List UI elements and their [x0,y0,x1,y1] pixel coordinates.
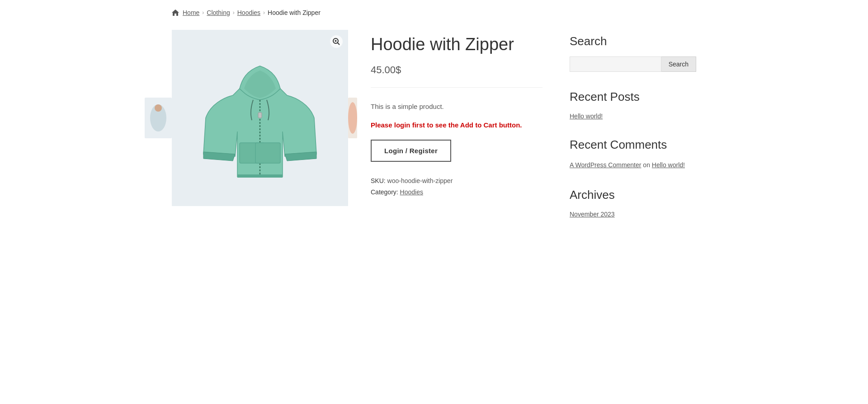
breadcrumb-sep-3: › [263,9,265,16]
product-sku: SKU: woo-hoodie-with-zipper [371,175,542,187]
comment-on-label: on [643,161,651,169]
search-widget: Search [570,56,696,72]
sidebar-archives-section: Archives November 2023 [570,188,696,218]
svg-point-1 [155,104,162,112]
search-button[interactable]: Search [661,56,696,72]
sidebar-archives-title: Archives [570,188,696,202]
home-icon [172,9,179,16]
category-value[interactable]: Hoodies [400,188,423,196]
zoom-icon[interactable] [330,35,343,48]
search-input[interactable] [570,56,661,72]
sku-label: SKU: [371,177,386,184]
product-image [197,46,323,190]
product-area: Hoodie with Zipper 45.00$ This is a simp… [172,30,542,206]
sidebar-search-section: Search Search [570,34,696,72]
breadcrumb-home[interactable]: Home [183,9,199,16]
breadcrumb-sep-1: › [202,9,204,16]
recent-posts-list: Hello world! [570,112,696,120]
svg-line-3 [338,43,340,45]
product-details: Hoodie with Zipper 45.00$ This is a simp… [371,30,542,198]
product-description: This is a simple product. [371,101,542,112]
sidebar: Search Search Recent Posts Hello world! … [570,30,696,236]
product-meta: SKU: woo-hoodie-with-zipper Category: Ho… [371,175,542,198]
product-image-box [172,30,348,206]
svg-rect-8 [255,143,280,163]
right-peek-product [348,98,357,138]
left-peek-product [145,98,172,138]
login-notice: Please login first to see the Add to Car… [371,120,542,130]
breadcrumb-sep-2: › [233,9,235,16]
sku-value: woo-hoodie-with-zipper [387,177,453,184]
recent-post-item: Hello world! [570,112,696,120]
login-register-button[interactable]: Login / Register [371,140,451,162]
product-image-container [172,30,348,206]
recent-post-link[interactable]: Hello world! [570,113,603,120]
price-divider [371,87,542,88]
breadcrumb: Home › Clothing › Hoodies › Hoodie with … [172,0,696,30]
comment-author-link[interactable]: A WordPress Commenter [570,161,641,169]
archive-link[interactable]: November 2023 [570,211,615,218]
archives-list: November 2023 [570,210,696,218]
category-label: Category: [371,188,398,196]
product-title: Hoodie with Zipper [371,34,542,55]
sidebar-recent-posts-title: Recent Posts [570,90,696,104]
archive-item: November 2023 [570,210,696,218]
product-category: Category: Hoodies [371,187,542,198]
comment-post-link[interactable]: Hello world! [652,161,685,169]
breadcrumb-clothing[interactable]: Clothing [207,9,230,16]
main-layout: Hoodie with Zipper 45.00$ This is a simp… [172,30,696,236]
svg-rect-9 [258,113,262,118]
sidebar-search-title: Search [570,34,696,48]
sidebar-recent-comments-title: Recent Comments [570,138,696,152]
breadcrumb-current: Hoodie with Zipper [268,9,321,16]
sidebar-recent-posts-section: Recent Posts Hello world! [570,90,696,120]
recent-comments-list: A WordPress Commenter on Hello world! [570,160,696,170]
recent-comment-item: A WordPress Commenter on Hello world! [570,160,696,170]
breadcrumb-hoodies[interactable]: Hoodies [237,9,260,16]
product-price: 45.00$ [371,64,542,76]
sidebar-recent-comments-section: Recent Comments A WordPress Commenter on… [570,138,696,169]
svg-point-10 [348,102,357,134]
